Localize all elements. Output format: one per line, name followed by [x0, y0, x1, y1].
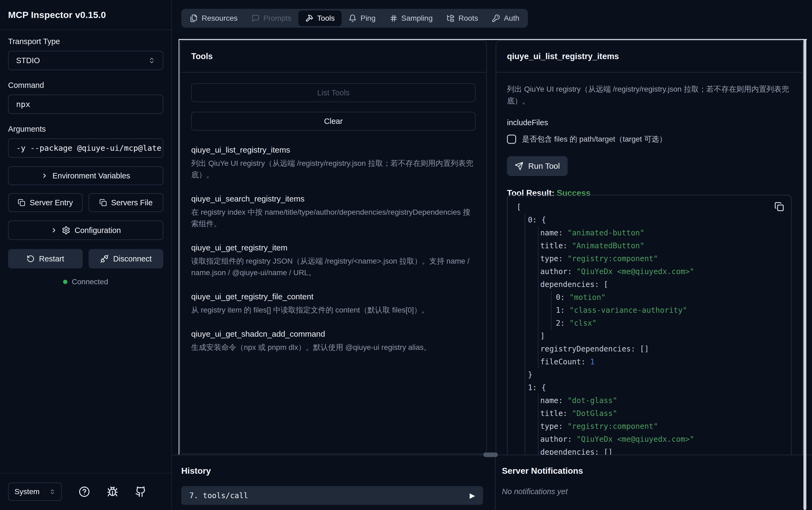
tools-panel-title: Tools — [191, 52, 213, 61]
tab-label: Sampling — [401, 14, 433, 23]
json-line: fileCount: 1 — [508, 356, 791, 368]
tab-prompts[interactable]: Prompts — [245, 10, 298, 26]
json-line: title: "AnimatedButton" — [508, 239, 791, 252]
expand-triangle-icon[interactable]: ▶ — [470, 491, 475, 500]
command-label: Command — [8, 81, 163, 90]
tab-label: Tools — [317, 14, 335, 23]
bell-icon — [349, 14, 357, 22]
bottom-panels: History 7. tools/call ▶ Server Notificat… — [172, 455, 812, 510]
tool-name: qiuye_ui_list_registry_items — [191, 144, 476, 156]
tool-list-item[interactable]: qiuye_ui_get_shadcn_add_command生成安装命令（np… — [191, 328, 476, 353]
history-title: History — [181, 466, 483, 476]
rotate-ccw-icon — [27, 255, 35, 263]
restart-button[interactable]: Restart — [8, 249, 83, 268]
json-line: name: "dot-glass" — [508, 394, 791, 407]
folder-tree-icon — [447, 14, 455, 22]
json-line: [ — [508, 201, 791, 214]
chevrons-up-down-icon — [50, 489, 55, 495]
transport-type-label: Transport Type — [8, 37, 163, 46]
transport-type-select[interactable]: STDIO — [8, 51, 163, 70]
list-tools-button[interactable]: List Tools — [191, 83, 476, 102]
tool-detail-description: 列出 QiuYe UI registry（从远端 /registry/regis… — [507, 83, 791, 107]
tab-label: Prompts — [263, 14, 291, 23]
json-line: ] — [508, 330, 791, 343]
tab-label: Auth — [504, 14, 519, 23]
json-line: dependencies: [ — [508, 278, 791, 291]
json-line: type: "registry:component" — [508, 252, 791, 265]
json-line: title: "DotGlass" — [508, 407, 791, 420]
transport-type-value: STDIO — [16, 56, 40, 65]
status-dot — [63, 280, 67, 284]
tool-name: qiuye_ui_get_shadcn_add_command — [191, 328, 476, 340]
configuration-button[interactable]: Configuration — [8, 221, 163, 240]
theme-value: System — [14, 487, 39, 496]
arguments-input[interactable]: -y --package @qiuye-ui/mcp@late — [8, 138, 163, 158]
github-icon[interactable] — [135, 486, 146, 498]
bug-icon[interactable] — [107, 486, 118, 498]
chevrons-up-down-icon — [148, 57, 155, 64]
arguments-label: Arguments — [8, 125, 163, 134]
tab-label: Ping — [360, 14, 375, 23]
help-icon[interactable] — [79, 486, 90, 498]
tool-list-item[interactable]: qiuye_ui_list_registry_items列出 QiuYe UI … — [191, 144, 476, 180]
server-notifications-title: Server Notifications — [502, 466, 812, 476]
tool-name: qiuye_ui_search_registry_items — [191, 193, 476, 205]
server-entry-button[interactable]: Server Entry — [8, 193, 83, 212]
tool-description: 在 registry index 中按 name/title/type/auth… — [191, 206, 476, 229]
history-item[interactable]: 7. tools/call ▶ — [181, 486, 483, 505]
tool-list-item[interactable]: qiuye_ui_get_registry_item读取指定组件的 regist… — [191, 242, 476, 278]
clear-button[interactable]: Clear — [191, 112, 476, 131]
hash-icon — [390, 14, 398, 22]
tool-list-item[interactable]: qiuye_ui_search_registry_items在 registry… — [191, 193, 476, 229]
copy-icon[interactable] — [774, 202, 784, 211]
content-frame-border-left — [179, 39, 179, 455]
run-tool-button[interactable]: Run Tool — [507, 156, 568, 176]
unplug-icon — [100, 254, 109, 263]
tab-auth[interactable]: Auth — [485, 10, 526, 26]
send-icon — [515, 162, 523, 170]
include-files-checkbox[interactable] — [507, 135, 516, 144]
tab-label: Roots — [458, 14, 478, 23]
command-input[interactable]: npx — [8, 94, 163, 114]
tool-description: 列出 QiuYe UI registry（从远端 /registry/regis… — [191, 158, 476, 180]
tab-sampling[interactable]: Sampling — [383, 10, 440, 26]
servers-file-button[interactable]: Servers File — [89, 193, 163, 212]
sidebar-footer: System — [0, 473, 171, 510]
json-line: 0: "motion" — [508, 291, 791, 304]
tab-ping[interactable]: Ping — [341, 10, 382, 26]
tab-resources[interactable]: Resources — [183, 10, 245, 26]
json-line: name: "animated-button" — [508, 227, 791, 239]
notifications-empty-text: No notifications yet — [502, 487, 812, 496]
key-icon — [492, 14, 500, 22]
json-line: 1: "class-variance-authority" — [508, 304, 791, 317]
chevron-right-icon — [41, 172, 48, 179]
param-label: includeFiles — [507, 118, 791, 127]
environment-variables-button[interactable]: Environment Variables — [8, 166, 163, 185]
json-line: registryDependencies: [] — [508, 343, 791, 356]
json-line: author: "QiuYeDx <me@qiuyedx.com>" — [508, 265, 791, 278]
json-line: 2: "clsx" — [508, 317, 791, 330]
tool-list-item[interactable]: qiuye_ui_get_registry_file_content从 regi… — [191, 291, 476, 316]
tools-panel: Tools List Tools Clear qiuye_ui_list_reg… — [180, 40, 487, 454]
tool-name: qiuye_ui_get_registry_item — [191, 242, 476, 254]
copy-icon — [18, 199, 25, 206]
tab-tools[interactable]: Tools — [298, 10, 341, 26]
tool-name: qiuye_ui_get_registry_file_content — [191, 291, 476, 303]
json-line: 0: { — [508, 214, 791, 227]
tab-roots[interactable]: Roots — [440, 10, 485, 26]
content-scrollbar[interactable] — [804, 39, 806, 510]
chevron-right-icon — [51, 227, 57, 234]
json-line: 1: { — [508, 381, 791, 394]
tool-description: 从 registry item 的 files[] 中读取指定文件的 conte… — [191, 304, 476, 316]
main-nav: ResourcesPromptsToolsPingSamplingRootsAu… — [181, 9, 528, 28]
disconnect-button[interactable]: Disconnect — [89, 249, 163, 268]
theme-select[interactable]: System — [8, 483, 62, 501]
hammer-icon — [305, 14, 313, 22]
server-notifications-panel: Server Notifications No notifications ye… — [495, 455, 812, 510]
tool-detail-title: qiuye_ui_list_registry_items — [507, 52, 619, 61]
sidebar-header: MCP Inspector v0.15.0 — [0, 0, 171, 30]
status-text: Connected — [72, 278, 108, 286]
panel-resize-handle[interactable] — [483, 453, 498, 457]
tab-label: Resources — [202, 14, 238, 23]
json-line: } — [508, 368, 791, 381]
